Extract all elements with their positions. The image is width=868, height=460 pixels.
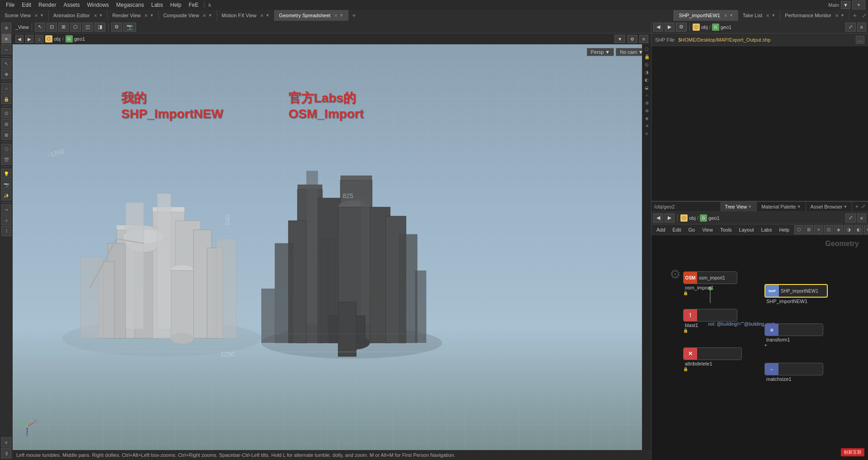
tab-add-btn[interactable]: + [349,10,359,21]
menu-labs[interactable]: Labs [148,1,166,9]
net-icon-2[interactable]: ⊞ [804,225,813,234]
node-osm-import1[interactable]: ⚙ OSM osm_import1 osm_import1 🔒 [683,271,737,295]
network-tab-asset[interactable]: Asset Browser ▼ [806,202,853,211]
net-menu-view[interactable]: View [699,226,716,233]
path-bar-options[interactable]: ▼ [614,35,625,43]
tab-close-anim[interactable]: ✕ [94,13,97,18]
tool-extra1[interactable]: ⊸ [1,204,11,214]
right-expand-btn[interactable]: ⤢ [860,10,868,21]
workspace-add-btn[interactable]: + [852,0,865,9]
menu-windows[interactable]: Windows [84,1,112,9]
node-attribdelete1[interactable]: ✕ attribdelete1 🔒 [683,347,742,371]
vp-vis-btn[interactable]: ◨ [94,23,105,32]
tool-select[interactable]: ⊕ [1,23,11,33]
net-menu-layout[interactable]: Layout [736,226,757,233]
tool-fx[interactable]: ✨ [1,190,11,200]
rp-obj-label[interactable]: obj [701,24,708,30]
net-menu-edit[interactable]: Edit [670,226,684,233]
tab-close-render[interactable]: ✕ [144,13,148,18]
vp-grid-btn[interactable]: ⊞ [58,23,69,32]
tab-close-perf[interactable]: ✕ [835,13,839,18]
tool-transform[interactable]: ↔ [1,44,11,54]
tool-render[interactable]: 🎬 [1,155,11,165]
tool-extra3[interactable]: ⊺ [1,226,11,236]
net-obj-label[interactable]: obj [689,215,696,221]
node-transform1[interactable]: ⊕ transform1 ● [764,323,823,347]
net-menu-add[interactable]: Add [653,226,669,233]
vp-rt-btn-9[interactable]: ⊗ [643,107,651,114]
vp-rt-btn-12[interactable]: ≡ [643,130,651,137]
tab-geometry-spreadsheet[interactable]: Geometry Spreadsheet ✕ ▼ [274,10,349,21]
tool-extra2[interactable]: ⊹ [1,215,11,225]
tab-animation-editor[interactable]: Animation Editor ✕ ▼ [49,10,108,21]
rp-forward-btn[interactable]: ▶ [665,23,675,32]
vp-rt-btn-2[interactable]: 🔒 [643,53,651,60]
net-icon-7[interactable]: ◐ [854,225,863,234]
tool-bottom[interactable]: ⊻ [1,448,11,458]
path-home-btn[interactable]: ⌂ [35,35,43,43]
vp-rt-btn-11[interactable]: ✕ [643,122,651,129]
tab-take-list[interactable]: Take List ✕ ▼ [738,10,780,21]
tool-lock[interactable]: 🔒 [1,94,11,104]
tab-close-comp[interactable]: ✕ [203,13,206,18]
vp-rt-btn-3[interactable]: ◎ [643,61,651,68]
workspace-dropdown-btn[interactable]: ▼ [841,1,850,9]
node-network-canvas[interactable]: Geometry [651,235,868,460]
path-geo-label[interactable]: geo1 [74,36,85,42]
vp-display-btn[interactable]: ⬡ [70,23,81,32]
rp-options-btn[interactable]: ⚙ [676,23,687,32]
tool-snap[interactable]: ⊡ [1,108,11,118]
menu-help[interactable]: Help [167,1,185,9]
vp-rt-btn-8[interactable]: ⊕ [643,99,651,106]
tool-settings[interactable]: ≡ [1,437,11,447]
tab-perf-monitor[interactable]: Performance Monitor ✕ ▼ [780,10,849,21]
tool-arrow[interactable]: ↖ [1,58,11,68]
menu-megascans[interactable]: Megascans [113,1,147,9]
vp-select-btn[interactable]: ↖ [35,23,45,32]
rp-back-btn[interactable]: ◀ [653,23,663,32]
vp-rt-btn-10[interactable]: ◈ [643,114,651,122]
path-bar-options2[interactable]: ⚙ [627,35,637,43]
net-menu-labs[interactable]: Labs [758,226,775,233]
vp-rt-btn-5[interactable]: ◐ [643,76,651,83]
net-icon-6[interactable]: ◑ [844,225,853,234]
node-blast1[interactable]: ! blast1 not: @building!=""@building_par… [683,309,737,333]
node-shp-import[interactable]: SHP SHP_importNEW1 SHP_importNEW1 [764,284,828,304]
net-menu-go[interactable]: Go [685,226,698,233]
tool-light[interactable]: 💡 [1,169,11,179]
vp-rt-btn-4[interactable]: ◑ [643,68,651,76]
vp-cam-btn[interactable]: 📷 [123,23,136,32]
network-expand-btn[interactable]: ⤢ [861,204,865,209]
tab-render-view[interactable]: Render View ✕ ▼ [108,10,159,21]
tab-close-motion[interactable]: ✕ [260,13,264,18]
tab-close-scene[interactable]: ✕ [34,13,38,18]
perspective-btn[interactable]: Persp ▼ [587,48,614,56]
net-options-btn[interactable]: ⤢ [845,213,856,223]
net-back-btn[interactable]: ◀ [653,213,663,223]
net-icon-5[interactable]: ◈ [834,225,843,234]
net-geo-label[interactable]: geo1 [708,215,719,221]
tool-grab[interactable]: ✥ [1,69,11,79]
node-matchsize1[interactable]: ↔ matchsize1 [764,363,823,382]
net-icon-3[interactable]: ≡ [814,225,823,234]
tab-motion-fx[interactable]: Motion FX View ✕ ▼ [217,10,274,21]
vp-rt-btn-7[interactable]: ○ [643,91,651,99]
tool-geo[interactable]: ⬡ [1,144,11,154]
menu-file[interactable]: File [3,1,18,9]
rp-expand-btn[interactable]: ⤢ [845,23,856,32]
network-tab-tree[interactable]: Tree View ▼ [720,202,757,211]
tab-scene-view[interactable]: Scene View ✕ ▼ [0,10,49,21]
net-icon-1[interactable]: ⬡ [794,225,803,234]
path-bar-options3[interactable]: ≡ [639,35,648,43]
right-tab-add-btn[interactable]: + [849,10,860,21]
menu-edit[interactable]: Edit [19,1,34,9]
vp-snapping-btn[interactable]: ⊡ [47,23,57,32]
vp-options-btn[interactable]: ⚙ [111,23,122,32]
network-tab-add[interactable]: + [852,202,861,211]
vp-rt-btn-1[interactable]: ⬡ [643,45,651,52]
net-menu-help[interactable]: Help [776,226,793,233]
net-menu-tools[interactable]: Tools [717,226,735,233]
tool-magnet[interactable]: ⊠ [1,130,11,140]
tab-close-take[interactable]: ✕ [766,13,769,18]
vp-render-btn[interactable]: ◫ [82,23,93,32]
